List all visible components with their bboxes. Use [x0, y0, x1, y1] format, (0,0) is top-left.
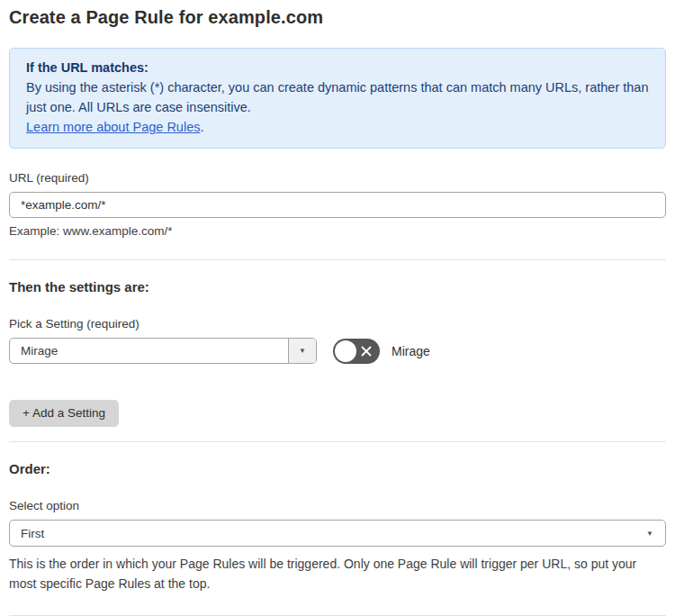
url-match-info-box: If the URL matches: By using the asteris…: [9, 48, 666, 149]
setting-select-value: Mirage: [10, 339, 288, 363]
setting-select[interactable]: Mirage ▼: [9, 338, 317, 364]
info-box-heading: If the URL matches:: [26, 58, 649, 77]
toggle-knob: [335, 340, 356, 362]
setting-row: Mirage ▼ Mirage: [9, 338, 666, 364]
mirage-toggle[interactable]: [333, 339, 380, 364]
url-input[interactable]: [9, 192, 666, 218]
divider: [9, 441, 666, 442]
order-select-label: Select option: [9, 499, 666, 512]
order-select[interactable]: First ▼: [9, 520, 666, 547]
toggle-setting-label: Mirage: [392, 344, 430, 358]
settings-section-heading: Then the settings are:: [9, 279, 666, 294]
create-page-rule-form: Create a Page Rule for example.com If th…: [0, 0, 675, 616]
setting-select-arrow-button[interactable]: ▼: [288, 339, 316, 363]
x-icon: [359, 344, 374, 358]
learn-more-link[interactable]: Learn more about Page Rules: [26, 120, 200, 134]
url-example-text: Example: www.example.com/*: [9, 224, 666, 238]
order-section-heading: Order:: [9, 461, 666, 476]
order-select-value: First: [10, 527, 44, 540]
chevron-down-icon: ▼: [299, 347, 306, 355]
info-box-link-line: Learn more about Page Rules.: [26, 117, 649, 137]
url-field-label: URL (required): [9, 171, 666, 185]
link-suffix: .: [200, 120, 203, 134]
divider: [9, 259, 666, 260]
order-help-text: This is the order in which your Page Rul…: [9, 554, 666, 593]
add-setting-button[interactable]: + Add a Setting: [9, 400, 119, 427]
info-box-body: By using the asterisk (*) character, you…: [26, 77, 649, 117]
chevron-down-icon: ▼: [646, 530, 665, 538]
page-title: Create a Page Rule for example.com: [9, 7, 666, 28]
pick-setting-label: Pick a Setting (required): [9, 317, 666, 331]
